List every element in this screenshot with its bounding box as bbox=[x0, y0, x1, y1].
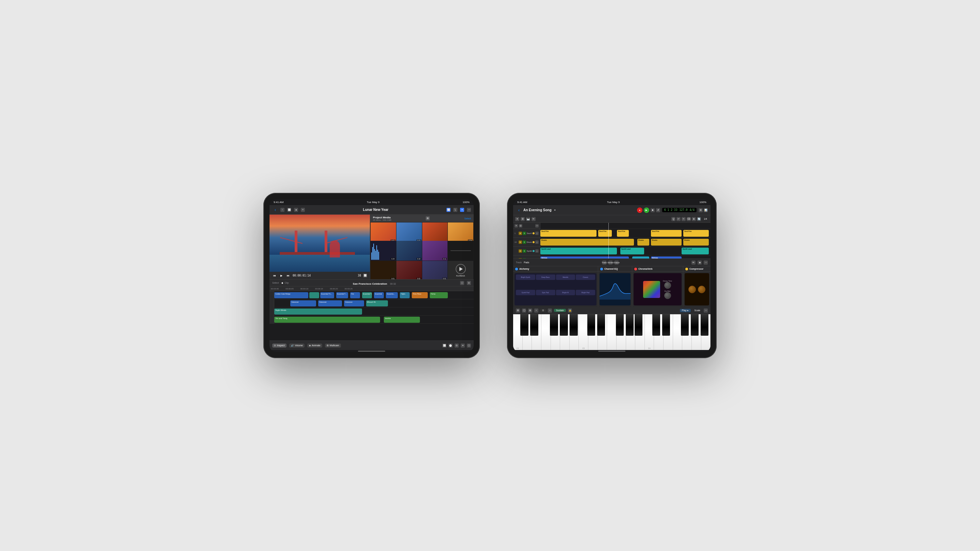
logic-more-icon[interactable]: ⋯ bbox=[704, 260, 708, 265]
logic-region-drums-3[interactable]: Drums bbox=[651, 239, 682, 246]
logic-list-icon[interactable]: ☰ bbox=[520, 217, 525, 221]
logic-more-tracks-icon[interactable]: ⋯ bbox=[535, 224, 539, 227]
logic-sustain-button[interactable]: Sustain bbox=[554, 309, 566, 312]
fcp-clip-5[interactable]: Fire bbox=[350, 292, 360, 298]
logic-settings-icon[interactable]: ⚙ bbox=[698, 208, 703, 212]
logic-pen-icon[interactable]: ✏ bbox=[531, 217, 536, 221]
fcp-clip-timepiece[interactable]: Time Piece bbox=[412, 292, 428, 298]
logic-kb-prev-icon[interactable]: ‹ bbox=[534, 308, 538, 313]
fcp-share-icon[interactable]: ↑ bbox=[280, 208, 285, 212]
fcp-clip-3[interactable]: Essential Th... bbox=[320, 292, 334, 298]
logic-paste-icon[interactable]: 🔄 bbox=[697, 217, 701, 221]
fcp-camera-icon[interactable]: ⬜ bbox=[287, 208, 291, 212]
logic-wet-knob[interactable] bbox=[664, 292, 671, 299]
logic-black-key-ds3[interactable] bbox=[597, 314, 605, 336]
fcp-record-icon[interactable]: ● bbox=[294, 208, 298, 212]
fcp-media-thumb-5[interactable]: 0:20 bbox=[371, 241, 396, 260]
logic-black-key-gs4[interactable] bbox=[691, 314, 698, 336]
logic-compressor-body[interactable] bbox=[683, 272, 711, 307]
fcp-clip-yinyang[interactable]: Yin and Yang bbox=[274, 317, 380, 323]
logic-sidebar-icon[interactable]: ≡ bbox=[515, 217, 519, 221]
fcp-inspect-button[interactable]: ⊙ Inspect bbox=[272, 343, 286, 348]
logic-region-drums-1[interactable]: Drums bbox=[540, 239, 634, 246]
logic-black-key-as3[interactable] bbox=[635, 314, 643, 336]
logic-undo-icon[interactable]: ↩ bbox=[676, 217, 681, 221]
logic-region-soulfire-1[interactable]: Soul Fire bbox=[540, 230, 597, 237]
logic-cpu-icon[interactable]: 📊 bbox=[704, 208, 708, 212]
logic-track-options-icon[interactable]: ⊙ bbox=[519, 224, 522, 227]
fcp-clip-highs[interactable]: Highs bbox=[400, 292, 410, 298]
fcp-timeline-icon-2[interactable]: ⬤ bbox=[449, 343, 453, 348]
logic-track-arrow-2[interactable]: › bbox=[535, 240, 539, 244]
fcp-clip-voiceover-2[interactable]: Voiceover bbox=[318, 300, 342, 306]
logic-lock-icon[interactable]: 🔒 bbox=[568, 308, 572, 313]
logic-scale-more-icon[interactable]: ⋯ bbox=[704, 308, 708, 313]
logic-comp-knob-2[interactable] bbox=[698, 286, 705, 293]
fcp-clip-voiceover-1[interactable]: Voiceover bbox=[290, 300, 316, 306]
fcp-clip-8[interactable]: Essentia... bbox=[386, 292, 398, 298]
logic-region-synthlead-2[interactable]: Synth Lead bbox=[620, 248, 644, 254]
fcp-clip-4[interactable]: Essential T... bbox=[336, 292, 348, 298]
fcp-multicam-button[interactable]: ⊞ Multicam bbox=[325, 343, 341, 348]
fcp-skip-forward-button[interactable]: ⏭ bbox=[286, 273, 291, 278]
logic-black-key-cs3[interactable] bbox=[587, 314, 595, 336]
logic-region-strings-2[interactable] bbox=[632, 256, 649, 259]
fcp-clip-2[interactable] bbox=[309, 292, 319, 298]
logic-black-key-cs2[interactable] bbox=[520, 314, 528, 336]
fcp-back-button[interactable]: ‹ bbox=[272, 207, 278, 213]
logic-track-arrow-1[interactable]: › bbox=[535, 232, 539, 235]
logic-record-button[interactable]: ● bbox=[637, 208, 643, 213]
logic-play-chord-button[interactable]: Play ▸ bbox=[680, 309, 691, 312]
logic-mute-1[interactable]: M bbox=[519, 232, 522, 235]
logic-kb-next-icon[interactable]: › bbox=[548, 308, 552, 313]
fcp-clip-inertia[interactable]: Inertia bbox=[384, 317, 420, 323]
logic-region-strings-3[interactable]: Strings bbox=[651, 256, 682, 259]
fcp-media-thumb-2[interactable]: 0:03 bbox=[396, 222, 422, 242]
fcp-clip-6[interactable]: Essential T... bbox=[362, 292, 372, 298]
logic-track-tab[interactable]: Track bbox=[602, 260, 606, 265]
fcp-clip-voiceover-3[interactable]: Voiceover bbox=[344, 300, 364, 306]
logic-key-c3[interactable]: C3 bbox=[579, 314, 588, 350]
logic-cut-icon[interactable]: ✂ bbox=[682, 217, 686, 221]
logic-region-synthlead-1[interactable]: Synth Lead bbox=[540, 248, 617, 254]
logic-piano-keyboard[interactable]: C2 C3 bbox=[513, 314, 711, 350]
fcp-media-thumb-8[interactable] bbox=[448, 241, 473, 260]
fcp-clip-mhoush[interactable]: Mhoush Hit bbox=[366, 300, 388, 306]
fcp-play-button[interactable]: ▶ bbox=[279, 273, 284, 278]
fcp-media-thumb-9[interactable]: 0:01 bbox=[371, 261, 396, 279]
logic-alchemy-btn-4[interactable]: Classic bbox=[576, 275, 595, 280]
fcp-timeline-icon-1[interactable]: ⬜ bbox=[442, 343, 447, 348]
logic-region-soulfire-3[interactable]: Soul Fire bbox=[617, 230, 629, 237]
logic-black-key-fs3[interactable] bbox=[616, 314, 624, 336]
fcp-media-thumb-6[interactable]: 0:18 bbox=[396, 241, 422, 260]
logic-alchemy-btn-8[interactable]: Bright Pad bbox=[576, 290, 595, 295]
logic-comp-knob-1[interactable] bbox=[688, 286, 696, 293]
logic-kb-info-icon[interactable]: ⓘ bbox=[522, 308, 526, 313]
logic-black-key-gs2[interactable] bbox=[560, 314, 568, 336]
logic-quantize-icon[interactable]: Q bbox=[671, 217, 675, 221]
logic-mute-3[interactable]: M bbox=[519, 249, 522, 253]
logic-black-key-cs4[interactable] bbox=[652, 314, 660, 336]
logic-channeleq-body[interactable] bbox=[598, 272, 632, 307]
logic-decay-knob[interactable] bbox=[664, 282, 671, 289]
fcp-media-thumb-11[interactable]: 0:01 bbox=[422, 261, 448, 279]
logic-solo-3[interactable]: S bbox=[523, 249, 526, 253]
logic-automation-icon[interactable]: ◈ bbox=[698, 260, 702, 265]
logic-region-synthlead-3[interactable]: Synth Lead bbox=[682, 248, 709, 254]
logic-piano-icon[interactable]: 🎹 bbox=[526, 217, 530, 221]
logic-black-key-fs2[interactable] bbox=[550, 314, 558, 336]
logic-kb-settings-icon[interactable]: ⚙ bbox=[516, 308, 520, 313]
fcp-media-thumb-1[interactable]: 0:02 bbox=[371, 222, 396, 242]
logic-back-button[interactable]: ‹ bbox=[516, 207, 522, 213]
logic-mute-2[interactable]: M bbox=[519, 240, 522, 244]
logic-key-f3[interactable] bbox=[607, 314, 617, 350]
fcp-animate-button[interactable]: ◈ Animate bbox=[307, 343, 322, 348]
fcp-fullscreen-icon[interactable]: ⬜ bbox=[363, 273, 367, 278]
logic-sends-tab[interactable]: Sends bbox=[608, 260, 612, 265]
logic-region-drums-2[interactable]: Drums bbox=[637, 239, 649, 246]
logic-output-tab[interactable]: Output bbox=[614, 260, 619, 265]
logic-alchemy-btn-5[interactable]: Synth Pad bbox=[516, 290, 535, 295]
logic-solo-1[interactable]: S bbox=[523, 232, 526, 235]
logic-region-strings-1[interactable]: Strings bbox=[540, 256, 629, 259]
logic-add-track-button[interactable]: + bbox=[514, 224, 518, 227]
